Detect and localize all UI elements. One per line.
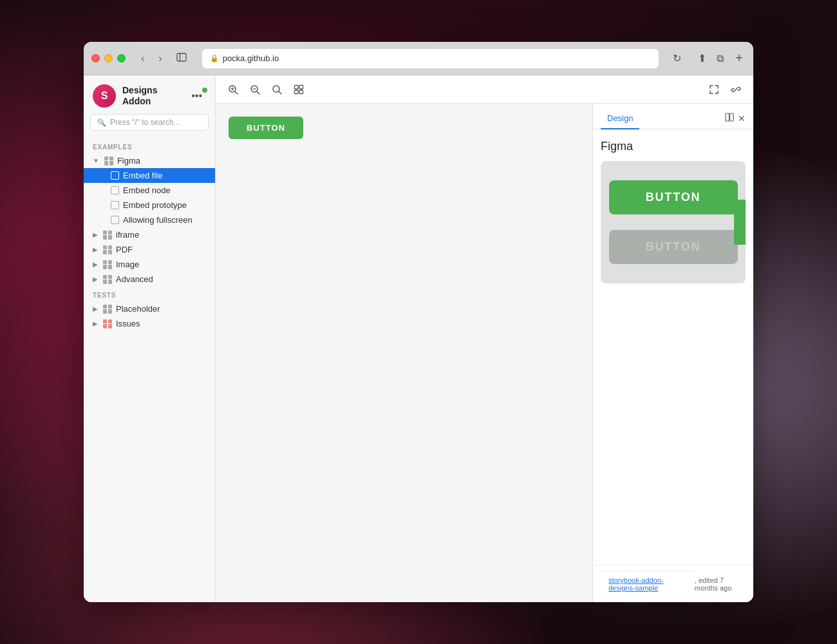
tests-section-label: TESTS [84,287,215,301]
notification-dot [202,88,207,93]
zoom-in-button[interactable] [223,81,243,98]
allowing-fullscreen-label: Allowing fullscreen [123,215,193,225]
url-text: pocka.github.io [223,53,279,63]
story-canvas: BUTTON [216,104,592,602]
search-placeholder: Press "/" to search... [110,118,180,127]
green-side-strip [734,200,746,245]
figma-embed-area: BUTTON BUTTON [601,161,746,283]
address-bar[interactable]: 🔒 pocka.github.io [202,49,659,68]
tab-design[interactable]: Design [601,108,639,129]
sidebar-header: S Designs Addon ••• [84,75,215,114]
svg-line-3 [235,91,238,94]
sidebar-item-iframe[interactable]: ▶ iframe [84,227,215,242]
preview-button-gray: BUTTON [609,230,738,264]
link-button[interactable] [726,81,746,98]
chevron-right-icon: ▶ [93,276,98,283]
minimize-button[interactable] [104,54,113,62]
embed-file-label: Embed file [123,171,162,180]
design-content: Figma BUTTON BUTTON [593,129,753,565]
grid-icon [103,231,112,240]
zoom-out-button[interactable] [245,81,265,98]
search-box[interactable]: 🔍 Press "/" to search... [90,114,209,131]
embed-prototype-label: Embed prototype [123,200,187,210]
design-tabs: Design ✕ [593,104,753,129]
back-button[interactable]: ‹ [137,50,148,67]
grid-icon [103,245,112,254]
forward-button[interactable]: › [155,50,165,67]
app-name: Designs Addon [122,85,157,107]
fullscreen-button[interactable] [704,81,724,98]
page-icon [111,216,119,224]
footer: storybook-addon-designs-sample , edited … [593,565,753,602]
main-panel: BUTTON Design ✕ [216,75,753,602]
sidebar-item-embed-node[interactable]: Embed node [84,183,215,198]
chevron-right-icon: ▶ [93,261,98,268]
sidebar-item-issues[interactable]: ▶ Issues [84,316,215,331]
grid-view-button[interactable] [289,81,308,98]
svg-line-7 [257,91,259,94]
traffic-lights [91,54,126,62]
sidebar-item-image[interactable]: ▶ Image [84,257,215,272]
sidebar-item-figma[interactable]: ▼ Figma [84,153,215,168]
chevron-right-icon: ▶ [93,305,98,312]
zoom-reset-button[interactable] [267,81,287,98]
browser-titlebar: ‹ › 🔒 pocka.github.io ↻ ⬆ ⧉ + [84,42,753,75]
page-icon [111,201,119,209]
image-label: Image [116,260,139,269]
browser-window: ‹ › 🔒 pocka.github.io ↻ ⬆ ⧉ + S [84,42,753,602]
browser-content: S Designs Addon ••• 🔍 Press "/" to searc… [84,75,753,602]
reload-button[interactable]: ↻ [670,50,684,67]
grid-icon [104,156,113,166]
figma-title: Figma [601,137,746,161]
design-panel-actions: ✕ [725,113,746,129]
lock-icon: 🔒 [210,54,219,62]
svg-rect-14 [299,90,303,94]
sidebar-toggle-button[interactable] [173,50,191,68]
sidebar-item-placeholder[interactable]: ▶ Placeholder [84,301,215,316]
share-button[interactable]: ⬆ [695,50,709,67]
svg-rect-15 [726,113,729,121]
chevron-right-icon: ▶ [93,320,98,327]
sidebar: S Designs Addon ••• 🔍 Press "/" to searc… [84,75,216,602]
chevron-right-icon: ▶ [93,246,98,253]
sidebar-item-allowing-fullscreen[interactable]: Allowing fullscreen [84,213,215,227]
svg-rect-16 [730,113,734,121]
close-button[interactable] [91,54,100,62]
footer-link[interactable]: storybook-addon-designs-sample [601,571,695,597]
preview-button-green[interactable]: BUTTON [609,180,738,214]
browser-actions: ⬆ ⧉ [695,50,726,67]
embed-node-label: Embed node [123,185,171,195]
sidebar-item-pdf[interactable]: ▶ PDF [84,242,215,257]
grid-icon [103,305,112,314]
iframe-label: iframe [116,230,139,240]
sidebar-item-embed-file[interactable]: Embed file [84,168,215,183]
footer-text: , edited 7 months ago [695,576,746,592]
sidebar-item-advanced[interactable]: ▶ Advanced [84,272,215,287]
preview-button-small[interactable]: BUTTON [229,117,303,139]
advanced-label: Advanced [116,274,153,284]
figma-preview: BUTTON BUTTON [601,161,746,283]
app-logo: S [93,84,116,108]
new-tab-button[interactable]: ⧉ [714,50,726,67]
panel-layout-button[interactable] [725,113,734,124]
svg-rect-12 [299,85,303,89]
placeholder-label: Placeholder [116,304,160,314]
figma-label: Figma [117,156,140,166]
story-area: BUTTON Design ✕ [216,104,753,602]
chevron-down-icon: ▼ [93,157,99,164]
page-icon [111,171,119,180]
toolbar [216,75,753,104]
pdf-label: PDF [116,245,133,254]
grid-icon [103,260,112,269]
svg-rect-13 [295,90,299,94]
svg-rect-11 [295,85,299,89]
grid-icon [103,319,112,328]
panel-close-button[interactable]: ✕ [738,113,746,124]
svg-rect-0 [177,53,186,61]
add-button[interactable]: + [733,51,746,66]
maximize-button[interactable] [117,54,126,62]
examples-section-label: EXAMPLES [84,138,215,153]
page-icon [111,186,119,194]
design-panel: Design ✕ Figma [592,104,753,602]
sidebar-item-embed-prototype[interactable]: Embed prototype [84,198,215,213]
